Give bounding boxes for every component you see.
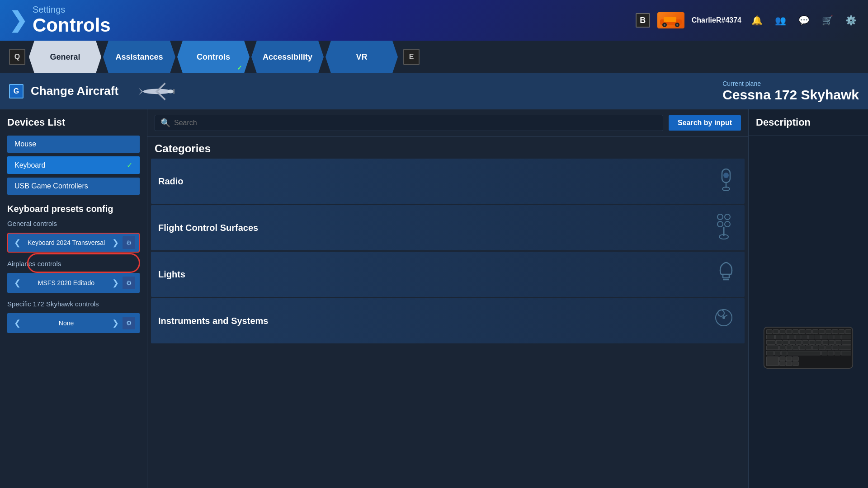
categories-title: Categories [147,137,748,159]
svg-rect-51 [808,335,814,339]
svg-point-28 [718,310,724,316]
category-flight-control[interactable]: Flight Control Surfaces [151,205,745,250]
friends-icon[interactable]: 👥 [772,12,788,28]
tab-vr[interactable]: VR [326,41,398,73]
svg-rect-65 [822,340,828,344]
search-input[interactable] [174,119,657,127]
lights-icon [715,256,737,292]
svg-rect-88 [766,357,778,366]
svg-rect-81 [774,351,780,355]
category-instruments[interactable]: Instruments and Systems [151,298,745,343]
car-thumbnail [657,12,684,28]
airplanes-controls-next-btn[interactable]: ❯ [110,278,121,288]
svg-marker-8 [138,88,143,91]
svg-rect-64 [816,340,821,344]
change-aircraft-button[interactable]: Change Aircraft [31,84,118,98]
svg-rect-49 [795,335,801,339]
notification-icon[interactable]: 🔔 [749,12,765,28]
svg-rect-79 [839,346,851,350]
device-usb[interactable]: USB Game Controllers [7,178,140,195]
airplanes-controls-prev-btn[interactable]: ❮ [12,278,23,288]
svg-rect-89 [779,357,785,361]
center-panel: 🔍 Search by input Categories Radio [147,109,748,488]
svg-rect-56 [841,335,851,339]
airplanes-controls-preset-row[interactable]: ❮ MSFS 2020 Editado ❯ ⚙ [7,273,140,293]
header-title-block: Settings Controls [33,5,111,36]
specific-controls-next-btn[interactable]: ❯ [110,318,121,328]
general-controls-preset-name: Keyboard 2024 Transversal [24,239,108,246]
svg-rect-66 [829,340,835,344]
device-keyboard[interactable]: Keyboard ✓ [7,156,140,174]
tabs-bar: Q General Assistances Controls ✓ Accessi… [0,41,868,73]
tab-assistances[interactable]: Assistances [103,41,175,73]
svg-rect-34 [779,329,785,333]
search-icon: 🔍 [160,118,170,128]
header-left: ❯ Settings Controls [9,5,111,36]
store-icon[interactable]: 🛒 [819,12,835,28]
categories-list: Radio Flight Control Surfaces [147,159,748,488]
category-lights[interactable]: Lights [151,252,745,297]
header: ❯ Settings Controls B CharlieR#4374 🔔 👥 … [0,0,868,41]
svg-rect-68 [842,340,851,344]
svg-rect-40 [819,329,825,333]
general-controls-next-btn[interactable]: ❯ [110,238,121,248]
svg-rect-67 [835,340,841,344]
svg-rect-94 [793,361,798,366]
specific-controls-prev-btn[interactable]: ❮ [12,318,23,328]
svg-rect-52 [815,335,821,339]
general-controls-prev-btn[interactable]: ❮ [12,238,23,248]
svg-rect-69 [766,346,778,350]
device-mouse[interactable]: Mouse [7,136,140,153]
airplanes-controls-label: Airplanes controls [7,260,140,267]
svg-rect-86 [835,351,840,355]
svg-rect-53 [821,335,827,339]
b-key-badge: B [636,13,650,28]
svg-rect-58 [776,340,782,344]
svg-point-18 [725,214,730,220]
specific-controls-gear-btn[interactable]: ⚙ [123,317,135,329]
svg-rect-74 [806,346,812,350]
keyboard-svg [763,323,854,372]
svg-rect-46 [775,335,781,339]
plane-illustration [135,80,180,103]
svg-rect-57 [766,340,775,344]
svg-rect-37 [799,329,805,333]
header-right: B CharlieR#4374 🔔 👥 💬 🛒 ⚙️ [636,12,859,28]
svg-rect-61 [796,340,802,344]
svg-marker-9 [138,91,143,95]
svg-rect-92 [779,361,785,366]
svg-rect-90 [786,357,792,361]
q-key[interactable]: Q [9,49,25,65]
airplanes-controls-gear-btn[interactable]: ⚙ [123,277,135,289]
svg-rect-33 [773,329,779,333]
settings-icon[interactable]: ⚙️ [843,12,859,28]
e-key[interactable]: E [403,49,420,65]
g-key-badge: G [9,84,24,99]
svg-rect-36 [793,329,798,333]
svg-rect-39 [812,329,818,333]
svg-point-16 [723,173,729,178]
svg-rect-1 [664,17,676,22]
radio-icon [715,165,737,197]
svg-rect-91 [793,357,798,361]
specific-controls-preset-row[interactable]: ❮ None ❯ ⚙ [7,313,140,333]
chat-icon[interactable]: 💬 [796,12,812,28]
svg-point-17 [717,214,723,220]
general-controls-gear-btn[interactable]: ⚙ [123,236,135,249]
tab-accessibility[interactable]: Accessibility [251,41,324,73]
svg-rect-41 [826,329,831,333]
search-by-input-button[interactable]: Search by input [669,115,741,131]
category-radio[interactable]: Radio [151,159,745,204]
plane-name: Cessna 172 Skyhawk [722,87,859,103]
tab-general[interactable]: General [29,41,101,73]
left-sidebar: Devices List Mouse Keyboard ✓ USB Game C… [0,109,147,488]
svg-rect-83 [788,351,821,355]
svg-rect-32 [766,329,772,333]
general-controls-preset-row[interactable]: ❮ Keyboard 2024 Transversal ❯ ⚙ [7,233,140,253]
tab-controls[interactable]: Controls ✓ [177,41,250,73]
current-plane-label: Current plane [722,80,859,87]
svg-rect-84 [821,351,827,355]
svg-rect-42 [832,329,838,333]
username-label: CharlieR#4374 [692,16,741,24]
svg-rect-62 [802,340,808,344]
